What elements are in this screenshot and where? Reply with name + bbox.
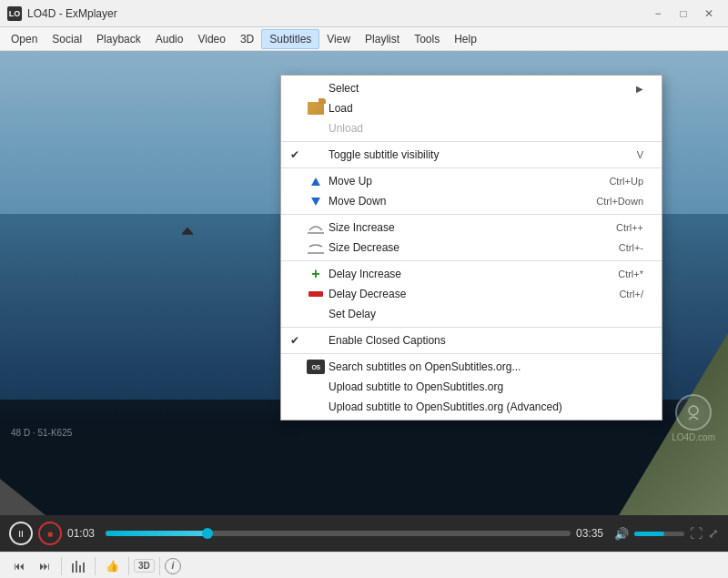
dd-item-delay-increase[interactable]: + Delay Increase Ctrl+* bbox=[281, 264, 662, 284]
dd-label-move-down: Move Down bbox=[329, 195, 569, 208]
svg-rect-4 bbox=[83, 563, 85, 573]
menu-playback[interactable]: Playback bbox=[89, 29, 148, 49]
dd-item-move-down[interactable]: Move Down Ctrl+Down bbox=[281, 191, 662, 211]
shortcut-size-increase: Ctrl++ bbox=[589, 222, 643, 233]
load-icon bbox=[308, 102, 324, 115]
dd-label-delay-decrease: Delay Decrease bbox=[329, 288, 592, 300]
menu-tools[interactable]: Tools bbox=[407, 29, 447, 49]
frame-counter: 48 D · 51-K625 bbox=[11, 428, 72, 438]
dd-label-upload-opensubtitles: Upload subtitle to OpenSubtitles.org bbox=[329, 380, 643, 393]
dd-item-search-opensubtitles[interactable]: OS Search subtitles on OpenSubtitles.org… bbox=[281, 357, 662, 377]
maximize-button[interactable]: □ bbox=[672, 5, 695, 23]
dd-label-search-opensubtitles: Search subtitles on OpenSubtitles.org... bbox=[329, 360, 643, 373]
like-button[interactable]: 👍 bbox=[100, 555, 124, 577]
dd-item-size-increase[interactable]: Size Increase Ctrl++ bbox=[281, 218, 662, 238]
next-button[interactable]: ⏭ bbox=[33, 555, 56, 577]
dd-item-size-decrease[interactable]: Size Decrease Ctrl+- bbox=[281, 238, 662, 258]
pause-button[interactable]: ⏸ bbox=[9, 522, 33, 545]
progress-thumb bbox=[202, 528, 213, 539]
close-button[interactable]: ✕ bbox=[697, 5, 721, 23]
move-up-icon bbox=[311, 177, 320, 186]
toolbar-separator-2 bbox=[95, 557, 96, 575]
dd-item-set-delay[interactable]: Set Delay bbox=[281, 304, 662, 324]
dd-label-select: Select bbox=[329, 82, 636, 95]
dd-item-unload[interactable]: Unload bbox=[281, 118, 662, 138]
progress-fill bbox=[106, 531, 207, 536]
menu-open[interactable]: Open bbox=[4, 29, 45, 49]
delay-decrease-icon bbox=[308, 291, 323, 297]
separator-5 bbox=[281, 327, 662, 328]
dd-label-delay-increase: Delay Increase bbox=[329, 268, 591, 280]
time-total: 03:35 bbox=[576, 527, 609, 540]
toolbar-separator-4 bbox=[159, 557, 160, 575]
dd-item-load[interactable]: Load bbox=[281, 98, 662, 118]
check-toggle-visibility: ✔ bbox=[290, 148, 307, 161]
toolbar-separator-3 bbox=[128, 557, 129, 575]
shortcut-toggle-visibility: V bbox=[610, 149, 643, 160]
video-area[interactable]: Select ▶ Load Unload ✔ Toggle subtitle v… bbox=[0, 51, 728, 515]
dd-label-enable-cc: Enable Closed Captions bbox=[329, 334, 643, 347]
3d-badge[interactable]: 3D bbox=[134, 559, 155, 573]
info-button[interactable]: i bbox=[165, 558, 181, 574]
dd-item-move-up[interactable]: Move Up Ctrl+Up bbox=[281, 171, 662, 191]
menu-playlist[interactable]: Playlist bbox=[358, 29, 407, 49]
dd-label-load: Load bbox=[329, 102, 643, 115]
dd-item-select[interactable]: Select ▶ bbox=[281, 78, 662, 98]
size-increase-icon bbox=[308, 221, 324, 234]
window-controls: − □ ✕ bbox=[646, 5, 721, 23]
dd-label-upload-opensubtitles-adv: Upload subtitle to OpenSubtitles.org (Ad… bbox=[329, 401, 643, 413]
dd-item-delay-decrease[interactable]: Delay Decrease Ctrl+/ bbox=[281, 284, 662, 304]
menu-subtitles[interactable]: Subtitles bbox=[261, 29, 319, 49]
window-title: LO4D - ExMplayer bbox=[27, 7, 117, 20]
menu-view[interactable]: View bbox=[319, 29, 358, 49]
minimize-button[interactable]: − bbox=[646, 5, 670, 23]
menu-social[interactable]: Social bbox=[45, 29, 89, 49]
separator-6 bbox=[281, 353, 662, 354]
volume-fill bbox=[634, 532, 664, 536]
stop-button[interactable]: ■ bbox=[38, 522, 62, 545]
svg-rect-2 bbox=[76, 561, 77, 573]
delay-increase-icon: + bbox=[311, 267, 319, 281]
watermark-text: LO4D.com bbox=[672, 432, 715, 442]
dd-label-toggle-visibility: Toggle subtitle visibility bbox=[329, 148, 610, 161]
prev-button[interactable]: ⏮ bbox=[7, 555, 31, 577]
fullscreen-icon[interactable]: ⛶ bbox=[690, 526, 703, 541]
shortcut-move-down: Ctrl+Down bbox=[569, 196, 643, 207]
toolbar-bar: ⏮ ⏭ 👍 3D i bbox=[0, 552, 728, 578]
dd-label-size-decrease: Size Decrease bbox=[329, 241, 592, 254]
menu-3d[interactable]: 3D bbox=[233, 29, 261, 49]
dd-label-move-up: Move Up bbox=[329, 175, 581, 188]
equalizer-button[interactable] bbox=[66, 555, 90, 577]
title-left: LO LO4D - ExMplayer bbox=[7, 6, 117, 21]
menu-bar: Open Social Playback Audio Video 3D Subt… bbox=[0, 27, 728, 51]
volume-bar[interactable] bbox=[634, 532, 684, 536]
toolbar-separator-1 bbox=[61, 557, 62, 575]
progress-bar[interactable] bbox=[106, 531, 571, 536]
dd-label-size-increase: Size Increase bbox=[329, 221, 589, 234]
separator-2 bbox=[281, 167, 662, 168]
svg-rect-3 bbox=[79, 565, 81, 573]
opensubtitles-icon: OS bbox=[307, 360, 325, 374]
subtitles-dropdown: Select ▶ Load Unload ✔ Toggle subtitle v… bbox=[280, 75, 662, 421]
time-current: 01:03 bbox=[67, 527, 100, 540]
watermark-logo bbox=[675, 394, 712, 431]
shortcut-size-decrease: Ctrl+- bbox=[592, 242, 643, 253]
volume-icon[interactable]: 🔊 bbox=[614, 527, 629, 541]
dd-item-enable-cc[interactable]: ✔ Enable Closed Captions bbox=[281, 330, 662, 350]
menu-help[interactable]: Help bbox=[447, 29, 484, 49]
dd-item-upload-opensubtitles[interactable]: Upload subtitle to OpenSubtitles.org bbox=[281, 377, 662, 397]
shortcut-delay-increase: Ctrl+* bbox=[591, 269, 643, 279]
shortcut-move-up: Ctrl+Up bbox=[581, 176, 643, 187]
menu-audio[interactable]: Audio bbox=[148, 29, 191, 49]
separator-1 bbox=[281, 141, 662, 142]
svg-rect-1 bbox=[72, 563, 74, 573]
app-icon: LO bbox=[7, 6, 22, 21]
menu-video[interactable]: Video bbox=[190, 29, 232, 49]
svg-point-0 bbox=[689, 406, 698, 415]
scene-cliff-left bbox=[0, 424, 46, 515]
dd-item-toggle-visibility[interactable]: ✔ Toggle subtitle visibility V bbox=[281, 145, 662, 165]
separator-3 bbox=[281, 214, 662, 215]
separator-4 bbox=[281, 260, 662, 261]
expand-icon[interactable]: ⤢ bbox=[708, 526, 719, 541]
dd-item-upload-opensubtitles-adv[interactable]: Upload subtitle to OpenSubtitles.org (Ad… bbox=[281, 397, 662, 417]
